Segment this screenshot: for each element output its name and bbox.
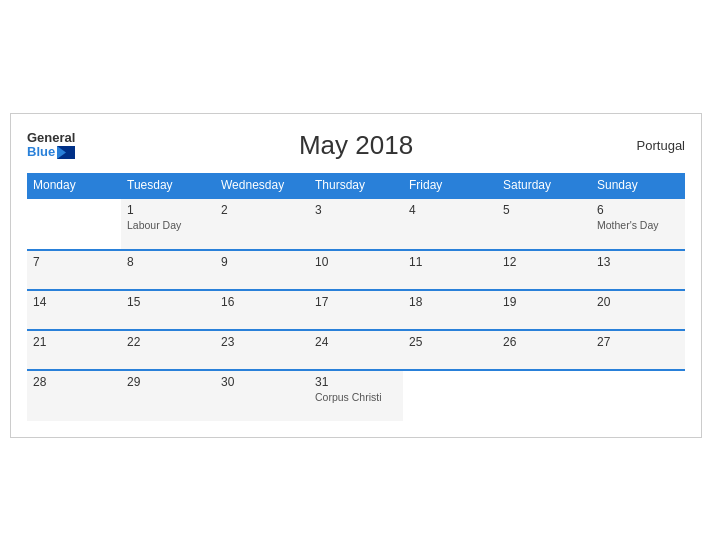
header-row: Monday Tuesday Wednesday Thursday Friday… bbox=[27, 173, 685, 198]
logo-blue-text: Blue bbox=[27, 145, 75, 159]
calendar-cell: 6Mother's Day bbox=[591, 198, 685, 250]
col-saturday: Saturday bbox=[497, 173, 591, 198]
day-number: 18 bbox=[409, 295, 491, 309]
day-number: 30 bbox=[221, 375, 303, 389]
calendar-cell: 14 bbox=[27, 290, 121, 330]
calendar-cell: 7 bbox=[27, 250, 121, 290]
day-number: 7 bbox=[33, 255, 115, 269]
calendar-grid: Monday Tuesday Wednesday Thursday Friday… bbox=[27, 173, 685, 421]
day-number: 20 bbox=[597, 295, 679, 309]
day-number: 9 bbox=[221, 255, 303, 269]
calendar-cell: 26 bbox=[497, 330, 591, 370]
logo: General Blue bbox=[27, 131, 75, 160]
calendar-cell: 4 bbox=[403, 198, 497, 250]
col-sunday: Sunday bbox=[591, 173, 685, 198]
calendar-cell: 11 bbox=[403, 250, 497, 290]
day-number: 28 bbox=[33, 375, 115, 389]
week-row-3: 14151617181920 bbox=[27, 290, 685, 330]
col-tuesday: Tuesday bbox=[121, 173, 215, 198]
calendar-cell: 10 bbox=[309, 250, 403, 290]
calendar-cell: 18 bbox=[403, 290, 497, 330]
calendar-cell: 20 bbox=[591, 290, 685, 330]
day-number: 11 bbox=[409, 255, 491, 269]
calendar-cell: 16 bbox=[215, 290, 309, 330]
day-number: 16 bbox=[221, 295, 303, 309]
calendar-cell bbox=[27, 198, 121, 250]
col-thursday: Thursday bbox=[309, 173, 403, 198]
calendar-cell: 8 bbox=[121, 250, 215, 290]
day-number: 10 bbox=[315, 255, 397, 269]
day-number: 21 bbox=[33, 335, 115, 349]
holiday-label: Mother's Day bbox=[597, 219, 679, 231]
day-number: 1 bbox=[127, 203, 209, 217]
calendar-cell bbox=[497, 370, 591, 421]
day-number: 29 bbox=[127, 375, 209, 389]
col-friday: Friday bbox=[403, 173, 497, 198]
calendar-cell: 21 bbox=[27, 330, 121, 370]
day-number: 22 bbox=[127, 335, 209, 349]
day-number: 4 bbox=[409, 203, 491, 217]
day-number: 5 bbox=[503, 203, 585, 217]
calendar-cell: 24 bbox=[309, 330, 403, 370]
day-number: 24 bbox=[315, 335, 397, 349]
calendar-cell: 2 bbox=[215, 198, 309, 250]
calendar-cell: 31Corpus Christi bbox=[309, 370, 403, 421]
calendar-cell: 9 bbox=[215, 250, 309, 290]
week-row-5: 28293031Corpus Christi bbox=[27, 370, 685, 421]
day-number: 17 bbox=[315, 295, 397, 309]
holiday-label: Labour Day bbox=[127, 219, 209, 231]
day-number: 23 bbox=[221, 335, 303, 349]
calendar-cell: 13 bbox=[591, 250, 685, 290]
calendar-title: May 2018 bbox=[299, 130, 413, 161]
calendar-body: 1Labour Day23456Mother's Day789101112131… bbox=[27, 198, 685, 421]
calendar-cell: 22 bbox=[121, 330, 215, 370]
logo-flag-icon bbox=[57, 146, 75, 159]
calendar-cell: 12 bbox=[497, 250, 591, 290]
day-number: 31 bbox=[315, 375, 397, 389]
week-row-4: 21222324252627 bbox=[27, 330, 685, 370]
calendar-cell: 1Labour Day bbox=[121, 198, 215, 250]
calendar-cell: 23 bbox=[215, 330, 309, 370]
calendar-cell: 27 bbox=[591, 330, 685, 370]
col-monday: Monday bbox=[27, 173, 121, 198]
day-number: 25 bbox=[409, 335, 491, 349]
day-number: 12 bbox=[503, 255, 585, 269]
calendar-cell: 30 bbox=[215, 370, 309, 421]
calendar-cell: 29 bbox=[121, 370, 215, 421]
calendar-thead: Monday Tuesday Wednesday Thursday Friday… bbox=[27, 173, 685, 198]
calendar-cell: 5 bbox=[497, 198, 591, 250]
week-row-2: 78910111213 bbox=[27, 250, 685, 290]
calendar-cell: 28 bbox=[27, 370, 121, 421]
calendar-cell bbox=[591, 370, 685, 421]
day-number: 6 bbox=[597, 203, 679, 217]
day-number: 3 bbox=[315, 203, 397, 217]
calendar-cell: 3 bbox=[309, 198, 403, 250]
holiday-label: Corpus Christi bbox=[315, 391, 397, 403]
calendar-cell: 17 bbox=[309, 290, 403, 330]
day-number: 2 bbox=[221, 203, 303, 217]
logo-general-text: General bbox=[27, 131, 75, 145]
col-wednesday: Wednesday bbox=[215, 173, 309, 198]
day-number: 14 bbox=[33, 295, 115, 309]
week-row-1: 1Labour Day23456Mother's Day bbox=[27, 198, 685, 250]
day-number: 27 bbox=[597, 335, 679, 349]
day-number: 19 bbox=[503, 295, 585, 309]
day-number: 8 bbox=[127, 255, 209, 269]
day-number: 26 bbox=[503, 335, 585, 349]
calendar-cell: 15 bbox=[121, 290, 215, 330]
calendar-header: General Blue May 2018 Portugal bbox=[27, 130, 685, 161]
day-number: 15 bbox=[127, 295, 209, 309]
calendar-cell bbox=[403, 370, 497, 421]
day-number: 13 bbox=[597, 255, 679, 269]
country-label: Portugal bbox=[637, 138, 685, 153]
calendar-cell: 25 bbox=[403, 330, 497, 370]
calendar-cell: 19 bbox=[497, 290, 591, 330]
calendar-container: General Blue May 2018 Portugal Monday Tu… bbox=[10, 113, 702, 438]
